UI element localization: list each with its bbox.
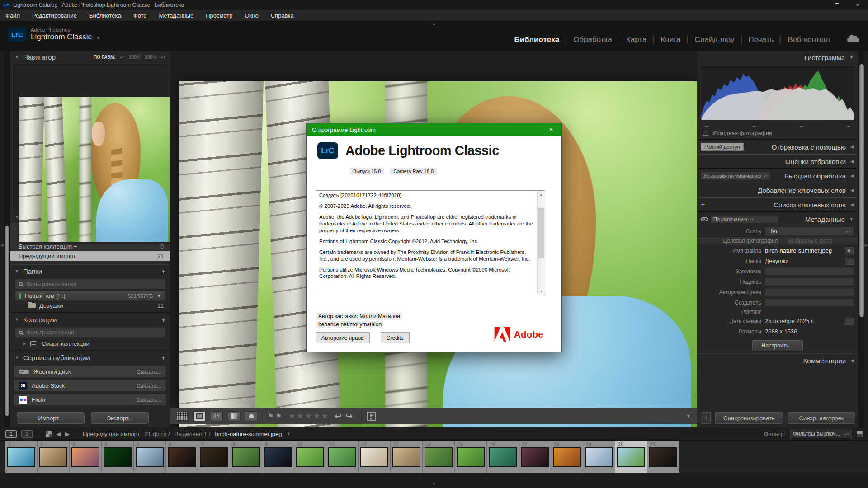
menu-help[interactable]: Справка <box>271 12 294 19</box>
filmstrip-thumb-18[interactable]: 18 <box>551 441 583 473</box>
filter-lock-icon[interactable] <box>857 431 863 437</box>
folders-header[interactable]: ▼ Папки + <box>10 265 170 277</box>
add-keyword-icon[interactable]: + <box>701 201 705 209</box>
filmstrip-thumb-1[interactable]: 1 <box>5 441 38 473</box>
right-panel-collapse-arrow[interactable]: ▶ <box>864 231 868 258</box>
grid-view-button[interactable] <box>176 411 189 421</box>
filmstrip-thumb-11[interactable]: 11 <box>326 441 359 473</box>
thumb-image[interactable] <box>168 447 196 467</box>
culling-ratings-header[interactable]: Оценки отбраковки◀ <box>697 155 858 168</box>
creator-field[interactable] <box>765 299 854 306</box>
navigator-header[interactable]: ▼ Навигатор ПО РАЗМ. ▲▼ 100% 300% ▲▼ <box>10 51 170 63</box>
filmstrip-source-caret[interactable]: ▼ <box>287 432 291 436</box>
menu-window[interactable]: Окно <box>245 12 259 19</box>
metadata-preset-dropdown[interactable]: По умолчанию▲▼ <box>711 215 778 223</box>
dialog-close-icon[interactable]: × <box>546 126 556 134</box>
tab-selected-photos[interactable]: Выбранные фото <box>788 238 832 244</box>
disclosure-triangle-icon[interactable]: ▼ <box>15 317 19 322</box>
saved-preset-dropdown[interactable]: Установки по умолчанию▲▼ <box>701 172 770 180</box>
flag-pick-icon[interactable]: ⚑⚑ <box>268 412 283 420</box>
zoom-300-label[interactable]: 300% <box>145 55 157 60</box>
disclosure-triangle-icon[interactable]: ▼ <box>15 355 19 360</box>
filmstrip-thumb-17[interactable]: 17 <box>519 441 551 473</box>
link-action-label[interactable]: Связать... <box>137 369 161 375</box>
filmstrip-thumb-9[interactable]: 9 <box>262 441 294 473</box>
filmstrip-thumb-3[interactable]: 3 <box>70 441 102 473</box>
thumb-image[interactable] <box>425 447 453 467</box>
volume-row[interactable]: Новый том (F:) 528/567 ГБ ▼ <box>15 291 165 301</box>
scroll-thumb[interactable] <box>538 208 544 258</box>
navigator-preview-image[interactable] <box>19 97 173 242</box>
zoom-stepper-icon-2[interactable]: ▲▼ <box>161 56 165 58</box>
thumb-image[interactable] <box>360 447 388 467</box>
filmstrip-thumb-20[interactable]: 20 <box>615 441 647 473</box>
menu-library[interactable]: Библиотека <box>89 12 121 19</box>
scroll-down-icon[interactable]: ▼ <box>538 287 545 295</box>
filmstrip-thumb-2[interactable]: 2 <box>38 441 70 473</box>
folder-row-girls[interactable]: Девушки 21 <box>10 301 170 310</box>
fit-zoom-label[interactable]: ПО РАЗМ. <box>94 55 115 60</box>
caption-field[interactable] <box>765 278 854 286</box>
title-field[interactable] <box>765 267 854 275</box>
culling-section-header[interactable]: Ранний доступ Отбраковка с помощью◀ <box>697 140 858 154</box>
expand-triangle-icon[interactable]: ▶ <box>23 342 26 346</box>
credits-button[interactable]: Credits <box>381 332 410 343</box>
thumb-image[interactable] <box>521 447 549 467</box>
publish-flickr-row[interactable]: Flickr Связать... <box>14 394 166 406</box>
loupe-view-button[interactable] <box>193 411 206 421</box>
monitor-1-button[interactable]: 1 <box>5 430 17 438</box>
keywording-header[interactable]: Добавление ключевых слов◀ <box>697 183 858 197</box>
brand-caret-icon[interactable]: ▼ <box>96 36 100 40</box>
smart-collections-row[interactable]: ▶ Смарт-коллекции <box>10 339 170 348</box>
filmstrip-thumb-7[interactable]: 7 <box>198 441 230 473</box>
thumb-image[interactable] <box>553 447 581 467</box>
license-textbox[interactable]: Создать [202510171722-44f87028] © 2007-2… <box>316 190 545 295</box>
scroll-up-icon[interactable]: ▲ <box>538 191 545 198</box>
thumb-image[interactable] <box>136 447 164 467</box>
disclosure-triangle-icon[interactable]: ▼ <box>15 55 19 59</box>
left-scrollbar[interactable] <box>4 51 10 427</box>
star-rating-widget[interactable]: ★★★★★ <box>288 411 330 421</box>
histogram[interactable] <box>701 66 854 120</box>
toolbar-options-caret[interactable]: ▼ <box>686 413 691 418</box>
sync-toggle-icon[interactable]: ▯ <box>701 412 711 424</box>
add-folder-icon[interactable]: + <box>161 267 165 275</box>
style-dropdown[interactable]: Нет▲▼ <box>765 227 854 236</box>
selected-filename[interactable]: birch-nature-summer.jpeg <box>215 431 282 437</box>
thumb-image[interactable] <box>392 447 420 467</box>
filmstrip-thumb-13[interactable]: 13 <box>391 441 423 473</box>
eye-icon[interactable] <box>701 217 708 221</box>
filmstrip-thumb-12[interactable]: 12 <box>359 441 391 473</box>
histogram-header[interactable]: Гистограмма▼ <box>697 51 858 64</box>
module-map[interactable]: Карта <box>619 35 654 44</box>
thumb-image[interactable] <box>71 447 99 467</box>
publish-hard-drive-row[interactable]: Жесткий диск Связать... <box>14 366 166 378</box>
menu-metadata[interactable]: Метаданные <box>159 12 194 19</box>
license-scrollbar[interactable]: ▲ ▼ <box>537 191 545 295</box>
menu-file[interactable]: Файл <box>5 12 20 19</box>
copyright-field[interactable] <box>765 288 854 296</box>
thumb-image[interactable] <box>617 447 645 467</box>
publish-adobe-stock-row[interactable]: St Adobe Stock Связать... <box>14 380 166 392</box>
thumb-image[interactable] <box>200 447 228 467</box>
collection-filter[interactable] <box>15 327 165 338</box>
thumb-image[interactable] <box>39 447 67 467</box>
thumb-image[interactable] <box>489 447 517 467</box>
minimize-button[interactable] <box>806 0 826 10</box>
filmstrip-thumb-19[interactable]: 19 <box>583 441 615 473</box>
collections-header[interactable]: ▼ Коллекции + <box>10 313 170 326</box>
copyright-button[interactable]: Авторские права <box>316 332 370 343</box>
filmstrip-thumb-16[interactable]: 16 <box>487 441 519 473</box>
filename-list-icon[interactable]: ≡ <box>845 247 854 254</box>
zoom-stepper-icon[interactable]: ▲▼ <box>120 56 124 58</box>
go-to-date-icon[interactable]: → <box>845 318 854 325</box>
crop-overlay-icon[interactable] <box>367 412 376 421</box>
filmstrip-thumb-4[interactable]: 4 <box>102 441 134 473</box>
filmstrip-thumb-6[interactable]: 6 <box>166 441 198 473</box>
thumb-image[interactable] <box>264 447 292 467</box>
menu-view[interactable]: Просмотр <box>206 12 232 19</box>
people-view-button[interactable] <box>245 411 257 421</box>
disclosure-triangle-icon[interactable]: ▼ <box>15 269 19 273</box>
folder-filter-input[interactable] <box>26 281 161 287</box>
close-button[interactable]: × <box>847 0 868 10</box>
